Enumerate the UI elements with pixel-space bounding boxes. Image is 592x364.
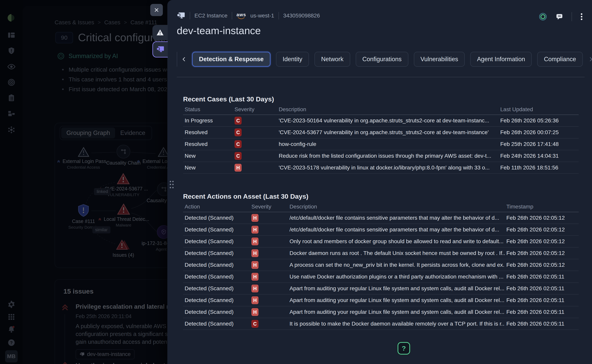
action-row[interactable]: Detected (Scanned) H /etc/default/docker… [183,224,579,236]
host-icon [177,11,185,20]
kebab-menu-icon[interactable] [580,13,583,21]
asset-meta-row: EC2 Instance aws us-west-1 343059098826 [177,11,320,20]
severity-badge: H [251,261,258,269]
account-id-label: 343059098826 [283,13,320,19]
severity-badge: C [235,152,242,160]
close-drawer-button[interactable] [150,4,163,16]
tab-compliance[interactable]: Compliance [537,52,583,67]
warning-triangle-icon [156,29,164,37]
col-last-updated[interactable]: Last Updated [499,106,579,113]
action-row[interactable]: Detected (Scanned) H Apart from auditing… [183,295,579,306]
action-row[interactable]: Detected (Scanned) H A process can set t… [183,259,579,271]
asset-type-label: EC2 Instance [195,13,228,19]
recent-actions-table: Action Severity Description Timestamp De… [183,202,579,330]
severity-badge: H [235,164,242,172]
asset-edge-tab[interactable] [152,41,168,58]
severity-badge: H [251,296,258,304]
tab-agent-information[interactable]: Agent Information [470,52,532,67]
tab-configurations[interactable]: Configurations [356,52,408,67]
col-action[interactable]: Action [183,204,250,210]
severity-badge: H [251,249,258,257]
severity-badge: H [251,238,258,245]
chevron-left-icon [182,57,187,62]
tab-partial [177,52,177,67]
action-row[interactable]: Detected (Scanned) H /etc/default/docker… [183,212,579,224]
alerts-edge-tab[interactable] [152,25,168,40]
col-timestamp[interactable]: Timestamp [505,204,579,210]
severity-badge: H [251,285,258,292]
case-row[interactable]: In Progress C 'CVE-2023-50164 vulnerabil… [183,115,579,127]
col-severity[interactable]: Severity [233,106,277,113]
recent-cases-table: Status Severity Description Last Updated… [183,104,579,174]
action-row[interactable]: Detected (Scanned) H Only root and membe… [183,236,579,247]
ai-radar-icon[interactable] [538,12,547,21]
tab-identity[interactable]: Identity [276,52,309,67]
recent-actions-header: Action Severity Description Timestamp [183,202,579,212]
tabs-scroll-left-button[interactable] [182,55,187,64]
severity-badge: H [251,273,258,281]
severity-badge: H [251,226,258,234]
severity-badge: H [251,308,258,316]
case-row[interactable]: New C Reduce risk from the listed config… [183,150,579,162]
recent-cases-title: Recent Cases (Last 30 Days) [183,95,274,103]
action-row[interactable]: Detected (Scanned) H Use native Docker a… [183,271,579,283]
col-description[interactable]: Description [277,106,499,113]
chevron-right-icon [588,57,592,62]
help-button[interactable]: ? [397,342,410,355]
tabbar-divider [177,77,585,77]
tabs-scroll-right-button[interactable] [588,55,592,64]
col-description[interactable]: Description [288,204,505,210]
severity-badge: H [251,214,258,222]
severity-badge: C [235,140,242,148]
case-row[interactable]: Resolved C 'CVE-2024-53677 vulnerability… [183,127,579,138]
region-label: us-west-1 [250,13,274,19]
drawer-resize-handle[interactable] [170,181,175,189]
severity-badge: C [235,117,242,124]
case-row[interactable]: New H 'CVE-2023-5178 vulnerability in li… [183,162,579,174]
tab-detection-response[interactable]: Detection & Response [192,52,270,67]
case-row[interactable]: Resolved C how-config-rule Feb 25th 2026… [183,138,579,150]
col-severity[interactable]: Severity [250,204,288,210]
action-row[interactable]: Detected (Scanned) H Apart from auditing… [183,283,579,295]
asset-detail-drawer: EC2 Instance aws us-west-1 343059098826 … [167,0,592,364]
recent-cases-header: Status Severity Description Last Updated [183,104,579,115]
severity-badge: C [235,129,242,136]
drawer-tabbar: Detection & Response Identity Network Co… [177,52,584,67]
tab-vulnerabilities[interactable]: Vulnerabilities [414,52,465,67]
close-icon [154,7,160,13]
tab-network[interactable]: Network [315,52,350,67]
aws-logo: aws [236,12,246,19]
severity-badge: C [251,320,258,328]
col-status[interactable]: Status [183,106,233,113]
action-row[interactable]: Detected (Scanned) H Apart from auditing… [183,306,579,318]
host-icon [156,45,165,53]
action-row[interactable]: Detected (Scanned) C It is possible to m… [183,318,579,330]
asset-title: dev-team-instance [177,25,261,37]
chat-icon[interactable] [555,13,563,21]
recent-actions-title: Recent Actions on Asset (Last 30 Days) [183,193,308,200]
action-row[interactable]: Detected (Scanned) H Docker daemon runs … [183,247,579,259]
